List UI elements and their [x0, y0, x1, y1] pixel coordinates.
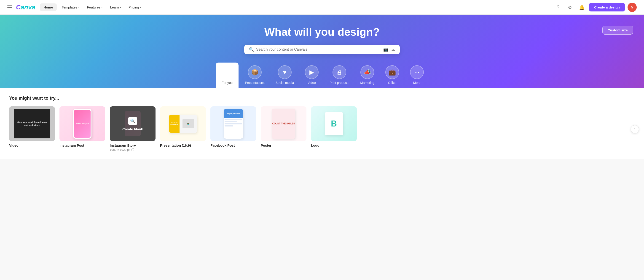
category-row: ✦ For you 📦 Presentations ♥ Social media…	[7, 63, 637, 88]
category-label: Presentations	[245, 81, 264, 85]
marketing-icon: 📣	[360, 65, 374, 79]
card-label: Facebook Post	[210, 144, 256, 147]
cards-wrapper: Clear your mind through yoga and meditat…	[9, 106, 635, 152]
card-label: Video	[9, 144, 55, 147]
category-label: More	[413, 81, 420, 85]
create-design-button[interactable]: Create a design	[589, 3, 625, 12]
social-media-icon: ♥	[278, 65, 292, 79]
category-presentations[interactable]: 📦 Presentations	[240, 63, 269, 88]
upload-icon[interactable]: ☁	[391, 47, 395, 52]
category-print-products[interactable]: 🖨 Print products	[325, 63, 354, 88]
search-bar-wrapper: 🔍 📷 ☁	[7, 45, 637, 54]
search-right-icons: 📷 ☁	[383, 47, 395, 52]
for-you-icon: ✦	[220, 65, 234, 79]
category-label: Social media	[276, 81, 294, 85]
search-icon: 🔍	[128, 117, 137, 125]
home-button[interactable]: Home	[40, 4, 57, 11]
chevron-down-icon: ▾	[101, 6, 103, 9]
category-label: Office	[388, 81, 396, 85]
navbar-right: ? ⚙ 🔔 Create a design N	[554, 3, 637, 12]
card-presentation[interactable]: PRESENT WITH EASE. 👩‍💻 Presentation (16:…	[160, 106, 206, 152]
category-social-media[interactable]: ♥ Social media	[271, 63, 298, 88]
nav-learn[interactable]: Learn ▾	[107, 4, 124, 11]
card-instagram-post[interactable]: Perfect your post Instagram Post	[60, 106, 105, 152]
navbar: Canva Home Templates ▾ Features ▾ Learn …	[0, 0, 644, 15]
card-video[interactable]: Clear your mind through yoga and meditat…	[9, 106, 55, 152]
category-label: Print products	[330, 81, 349, 85]
category-label: Marketing	[360, 81, 374, 85]
nav-features[interactable]: Features ▾	[84, 4, 106, 11]
chevron-down-icon: ▾	[78, 6, 80, 9]
category-video[interactable]: ▶ Video	[300, 63, 323, 88]
cards-row: Clear your mind through yoga and meditat…	[9, 106, 635, 152]
category-more[interactable]: ··· More	[406, 63, 428, 88]
nav-items: Templates ▾ Features ▾ Learn ▾ Pricing ▾	[58, 4, 144, 11]
avatar[interactable]: N	[628, 3, 637, 12]
hero-title: What will you design?	[7, 26, 637, 38]
chevron-down-icon: ▾	[120, 6, 121, 9]
search-icon: 🔍	[249, 47, 254, 52]
more-icon: ···	[410, 65, 424, 79]
presentations-icon: 📦	[248, 65, 262, 79]
settings-button[interactable]: ⚙	[565, 3, 574, 12]
search-input[interactable]	[256, 47, 381, 52]
card-sublabel: 1080 × 1920 px ⓘ	[110, 148, 156, 152]
office-icon: 💼	[385, 65, 399, 79]
camera-icon[interactable]: 📷	[383, 47, 388, 52]
card-label: Poster	[261, 144, 306, 147]
canva-logo[interactable]: Canva	[16, 4, 35, 11]
main-content: You might want to try... Clear your mind…	[0, 88, 644, 159]
custom-size-button[interactable]: Custom size	[602, 26, 633, 35]
card-label: Instagram Story	[110, 144, 156, 147]
category-label: Video	[308, 81, 316, 85]
category-for-you[interactable]: ✦ For you	[216, 63, 238, 88]
hero-section: Custom size What will you design? 🔍 📷 ☁ …	[0, 15, 644, 88]
card-poster[interactable]: COUNT THE SMILES Poster	[261, 106, 306, 152]
card-label: Logo	[311, 144, 357, 147]
nav-pricing[interactable]: Pricing ▾	[125, 4, 144, 11]
nav-templates[interactable]: Templates ▾	[58, 4, 83, 11]
print-products-icon: 🖨	[332, 65, 346, 79]
category-marketing[interactable]: 📣 Marketing	[356, 63, 379, 88]
hamburger-menu[interactable]	[7, 6, 12, 9]
category-office[interactable]: 💼 Office	[381, 63, 404, 88]
card-label: Instagram Post	[60, 144, 105, 147]
search-bar: 🔍 📷 ☁	[244, 45, 400, 54]
card-facebook-post[interactable]: Inspire your feed Facebook Post	[210, 106, 256, 152]
category-label: For you	[222, 81, 232, 85]
help-button[interactable]: ?	[554, 3, 562, 12]
card-logo[interactable]: B Logo	[311, 106, 357, 152]
notifications-button[interactable]: 🔔	[577, 3, 586, 12]
next-arrow-button[interactable]: ›	[631, 125, 639, 133]
video-icon: ▶	[305, 65, 318, 79]
section-title: You might want to try...	[9, 96, 635, 101]
chevron-down-icon: ▾	[140, 6, 141, 9]
card-instagram-story[interactable]: Engage your audience 🔍 Create blank Inst…	[110, 106, 156, 152]
logo-letter: B	[331, 119, 337, 128]
create-blank-label: Create blank	[122, 127, 143, 131]
card-label: Presentation (16:9)	[160, 144, 206, 147]
